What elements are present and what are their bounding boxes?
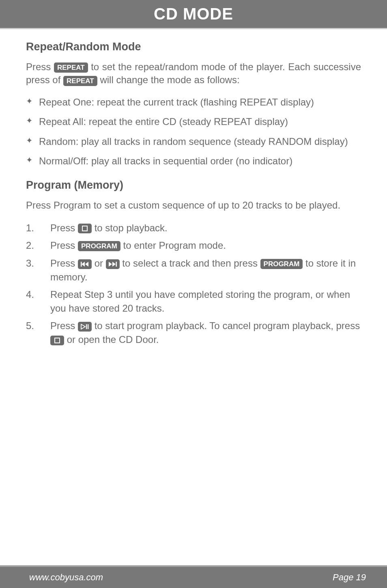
svg-marker-2: [82, 262, 85, 267]
text-fragment: Press: [50, 222, 78, 233]
list-item: 2. Press PROGRAM to enter Program mode.: [26, 239, 361, 252]
svg-marker-4: [109, 262, 112, 267]
step-number: 3.: [26, 256, 50, 284]
svg-rect-9: [88, 324, 88, 329]
program-button-badge: PROGRAM: [260, 259, 303, 269]
svg-marker-5: [112, 262, 116, 267]
program-intro-paragraph: Press Program to set a custom sequence o…: [26, 199, 361, 212]
section-heading-repeat: Repeat/Random Mode: [26, 41, 361, 53]
step-text: Press to start program playback. To canc…: [50, 319, 361, 346]
content-area: Repeat/Random Mode Press REPEAT to set t…: [0, 29, 387, 346]
step-text: Press PROGRAM to enter Program mode.: [50, 239, 361, 252]
repeat-button-badge: REPEAT: [54, 62, 88, 73]
text-fragment: Press: [26, 61, 54, 72]
text-fragment: Press: [50, 320, 78, 331]
footer-url: www.cobyusa.com: [29, 572, 103, 583]
page-title: CD MODE: [154, 5, 233, 23]
svg-rect-0: [82, 226, 87, 231]
svg-rect-8: [86, 324, 87, 329]
svg-marker-3: [85, 262, 88, 267]
section-heading-program: Program (Memory): [26, 179, 361, 192]
step-text: Press to stop playback.: [50, 221, 361, 235]
list-item: Repeat All: repeat the entire CD (steady…: [26, 115, 361, 128]
svg-rect-10: [55, 338, 60, 343]
program-button-badge: PROGRAM: [78, 241, 120, 251]
svg-rect-6: [116, 262, 117, 267]
step-number: 2.: [26, 239, 50, 252]
prev-track-icon: [78, 259, 92, 269]
list-item: 3. Press or to select a track and then p…: [26, 256, 361, 284]
repeat-mode-list: Repeat One: repeat the current track (fl…: [26, 96, 361, 168]
step-number: 5.: [26, 319, 50, 346]
text-fragment: or: [92, 258, 106, 269]
repeat-intro-paragraph: Press REPEAT to set the repeat/random mo…: [26, 60, 361, 87]
list-item: 1. Press to stop playback.: [26, 221, 361, 235]
step-number: 4.: [26, 288, 50, 315]
svg-marker-7: [81, 324, 85, 329]
repeat-button-badge: REPEAT: [63, 76, 97, 86]
text-fragment: to select a track and then press: [120, 258, 260, 269]
text-fragment: to enter Program mode.: [120, 240, 226, 251]
play-pause-icon: [78, 322, 92, 332]
page-header: CD MODE: [0, 0, 387, 29]
text-fragment: Press: [50, 240, 78, 251]
program-steps-list: 1. Press to stop playback. 2. Press PROG…: [26, 221, 361, 347]
list-item: Normal/Off: play all tracks in sequentia…: [26, 155, 361, 168]
text-fragment: will change the mode as follows:: [97, 74, 240, 85]
list-item: Repeat One: repeat the current track (fl…: [26, 96, 361, 109]
text-fragment: to start program playback. To cancel pro…: [92, 320, 360, 331]
list-item: 5. Press to start program playback. To c…: [26, 319, 361, 346]
text-fragment: or open the CD Door.: [64, 334, 159, 345]
stop-icon: [78, 224, 92, 233]
step-number: 1.: [26, 221, 50, 235]
step-text: Press or to select a track and then pres…: [50, 256, 361, 284]
page-footer: www.cobyusa.com Page 19: [0, 565, 387, 588]
stop-icon: [50, 336, 64, 345]
next-track-icon: [106, 259, 120, 269]
footer-page-number: Page 19: [333, 572, 366, 583]
step-text: Repeat Step 3 until you have completed s…: [50, 288, 361, 315]
list-item: 4. Repeat Step 3 until you have complete…: [26, 288, 361, 315]
list-item: Random: play all tracks in random sequen…: [26, 135, 361, 148]
text-fragment: Press: [50, 258, 78, 269]
text-fragment: to stop playback.: [92, 222, 168, 233]
